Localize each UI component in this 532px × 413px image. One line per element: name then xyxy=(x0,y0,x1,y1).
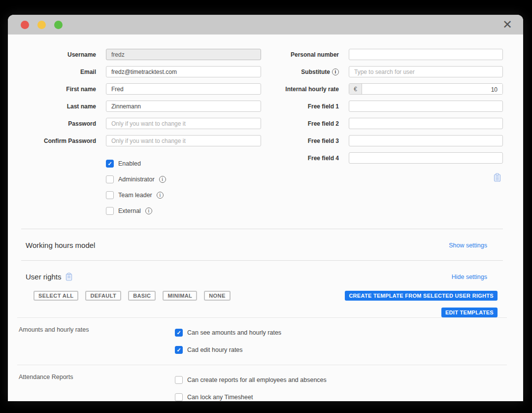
email-field[interactable] xyxy=(106,66,261,77)
user-form: Username Email First name Last name Pass… xyxy=(21,49,503,216)
last-name-field[interactable] xyxy=(106,101,261,112)
external-checkbox[interactable] xyxy=(106,207,114,215)
minimize-traffic-light-icon[interactable] xyxy=(37,21,46,29)
form-row-username: Username xyxy=(21,49,261,60)
user-rights-title-text: User rights xyxy=(26,273,62,281)
rights-group-title: Attendance Reports xyxy=(19,370,175,401)
form-row-free-field-2: Free field 2 xyxy=(270,118,503,129)
team-leader-checkbox[interactable] xyxy=(106,191,114,199)
form-row-free-field-4: Free field 4 xyxy=(270,152,503,164)
form-row-free-field-3: Free field 3 xyxy=(270,135,503,146)
working-hours-section-header: Working hours model Show settings xyxy=(21,229,503,260)
template-buttons: CREATE TEMPLATE FROM SELECTED USER RIGHT… xyxy=(345,291,498,317)
can-edit-hourly-rates-checkbox[interactable] xyxy=(175,346,183,354)
right-item-label: Can lock any Timesheet xyxy=(187,394,253,401)
copy-fields-row xyxy=(270,173,503,182)
edit-templates-button[interactable]: EDIT TEMPLATES xyxy=(441,308,498,317)
close-traffic-light-icon[interactable] xyxy=(21,21,29,29)
none-button[interactable]: NONE xyxy=(204,291,230,301)
free-field-1-input[interactable] xyxy=(349,101,503,112)
form-row-confirm-password: Confirm Password xyxy=(21,135,261,146)
last-name-label: Last name xyxy=(21,103,96,110)
substitute-search-field[interactable] xyxy=(349,66,503,77)
default-button[interactable]: DEFAULT xyxy=(85,291,121,301)
first-name-label: First name xyxy=(21,86,96,93)
select-all-button[interactable]: SELECT ALL xyxy=(33,291,78,301)
working-hours-title: Working hours model xyxy=(26,241,95,249)
internal-hourly-rate-field[interactable] xyxy=(362,84,502,95)
form-column-right: Personal number Substitute Internal hour… xyxy=(270,49,503,216)
form-row-personal-number: Personal number xyxy=(270,49,503,60)
clipboard-icon[interactable] xyxy=(494,173,501,182)
info-icon[interactable] xyxy=(145,207,152,214)
external-label: External xyxy=(118,207,141,214)
info-icon[interactable] xyxy=(157,192,164,199)
basic-button[interactable]: BASIC xyxy=(128,291,156,301)
email-label: Email xyxy=(21,69,96,75)
info-icon[interactable] xyxy=(332,69,339,75)
can-create-reports-checkbox[interactable] xyxy=(175,376,183,384)
internal-hourly-rate-group: € xyxy=(349,83,503,95)
username-field[interactable] xyxy=(106,49,261,60)
form-row-internal-hourly-rate: Internal hourly rate € xyxy=(270,83,503,95)
administrator-row: Administrator xyxy=(106,174,261,184)
free-field-4-input[interactable] xyxy=(349,152,503,164)
rights-items: Can create reports for all employees and… xyxy=(175,370,331,401)
minimal-button[interactable]: MINIMAL xyxy=(163,291,197,301)
form-row-substitute: Substitute xyxy=(270,66,503,77)
form-column-left: Username Email First name Last name Pass… xyxy=(21,49,261,216)
close-icon[interactable]: ✕ xyxy=(499,19,515,31)
personal-number-field[interactable] xyxy=(349,49,503,60)
form-row-last-name: Last name xyxy=(21,101,261,112)
right-item-row: Can see amounts and hourly rates xyxy=(175,328,281,338)
free-field-1-label: Free field 1 xyxy=(270,103,339,110)
hide-settings-link[interactable]: Hide settings xyxy=(452,274,487,280)
administrator-label: Administrator xyxy=(118,176,155,183)
confirm-password-label: Confirm Password xyxy=(21,138,96,144)
rights-group-title: Amounts and hourly rates xyxy=(19,323,175,355)
free-field-3-label: Free field 3 xyxy=(270,138,339,144)
internal-hourly-rate-label: Internal hourly rate xyxy=(270,86,339,93)
free-field-3-input[interactable] xyxy=(349,135,503,146)
right-item-row: Cad edit houry rates xyxy=(175,345,281,355)
right-item-label: Can see amounts and hourly rates xyxy=(187,329,281,336)
traffic-lights xyxy=(21,21,63,29)
personal-number-label: Personal number xyxy=(270,51,339,58)
free-field-4-label: Free field 4 xyxy=(270,155,339,162)
free-field-2-input[interactable] xyxy=(349,118,503,129)
team-leader-label: Team leader xyxy=(118,192,152,199)
user-settings-window: ✕ Username Email First name Last name xyxy=(8,15,523,401)
create-template-button[interactable]: CREATE TEMPLATE FROM SELECTED USER RIGHT… xyxy=(345,291,498,301)
substitute-label: Substitute xyxy=(270,69,339,75)
password-field[interactable] xyxy=(106,118,261,129)
right-item-row: Can create reports for all employees and… xyxy=(175,375,331,385)
show-settings-link[interactable]: Show settings xyxy=(449,242,487,249)
administrator-checkbox[interactable] xyxy=(106,175,114,183)
rights-group-amounts: Amounts and hourly rates Can see amounts… xyxy=(17,317,507,365)
right-item-label: Cad edit houry rates xyxy=(187,346,243,353)
external-row: External xyxy=(106,206,261,216)
form-row-password: Password xyxy=(21,118,261,129)
info-icon[interactable] xyxy=(159,176,166,183)
form-content: Username Email First name Last name Pass… xyxy=(8,34,523,401)
confirm-password-field[interactable] xyxy=(106,135,261,146)
free-field-2-label: Free field 2 xyxy=(270,120,339,127)
user-rights-title: User rights xyxy=(26,273,72,281)
user-rights-toolbar: SELECT ALL DEFAULT BASIC MINIMAL NONE CR… xyxy=(21,291,503,317)
form-row-free-field-1: Free field 1 xyxy=(270,101,503,112)
username-label: Username xyxy=(21,51,96,58)
window-titlebar: ✕ xyxy=(8,15,523,34)
can-see-amounts-checkbox[interactable] xyxy=(175,329,183,337)
enabled-checkbox[interactable] xyxy=(106,160,114,168)
can-lock-any-timesheet-checkbox[interactable] xyxy=(175,393,183,401)
rights-group-attendance: Attendance Reports Can create reports fo… xyxy=(17,365,507,401)
team-leader-row: Team leader xyxy=(106,190,261,200)
preset-buttons: SELECT ALL DEFAULT BASIC MINIMAL NONE xyxy=(33,291,231,301)
first-name-field[interactable] xyxy=(106,83,261,95)
zoom-traffic-light-icon[interactable] xyxy=(54,21,63,29)
right-item-label: Can create reports for all employees and… xyxy=(187,377,327,383)
password-label: Password xyxy=(21,120,96,127)
rights-items: Can see amounts and hourly rates Cad edi… xyxy=(175,323,281,355)
clipboard-icon[interactable] xyxy=(66,273,72,281)
euro-prefix: € xyxy=(349,84,362,94)
